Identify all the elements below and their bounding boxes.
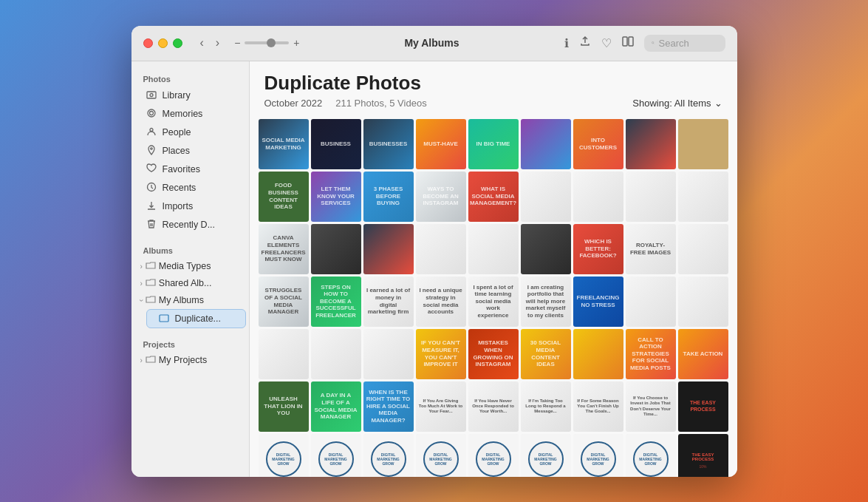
photo-cell[interactable]: BUSINESSES [363,119,414,169]
photo-cell[interactable]: MISTAKES WHEN GROWING ON INSTAGRAM [468,329,519,379]
traffic-lights [143,38,182,48]
photo-cell[interactable]: 3 PHASES BEFORE BUYING [363,172,414,222]
sidebar-item-recently-deleted[interactable]: Recently D... [134,216,246,234]
sidebar-group-my-projects[interactable]: › My Projects [134,352,246,369]
photo-cell-grow[interactable]: DIGITAL MARKETING GROW [311,434,361,477]
photo-cell-grow[interactable]: DIGITAL MARKETING GROW [573,434,623,477]
photo-cell[interactable]: If I'm Taking Too Long to Respond a Mess… [521,381,571,432]
svg-point-5 [148,109,155,117]
photo-cell[interactable] [573,329,623,379]
photo-cell[interactable] [521,224,571,274]
photo-cell[interactable]: CANVA ELEMENTS FREELANCERS MUST KNOW [259,224,309,274]
photo-cell[interactable] [678,172,728,222]
photo-cell[interactable]: INTO CUSTOMERS [573,119,623,169]
photo-cell[interactable]: BUSINESS [311,119,361,169]
photo-cell[interactable] [678,224,728,274]
back-button[interactable]: ‹ [197,35,207,51]
photo-cell[interactable]: TAKE ACTION [678,329,728,379]
zoom-slider[interactable] [245,41,289,44]
photo-cell[interactable]: I spent a lot of time learning social me… [468,277,519,327]
photo-cell[interactable]: LET THEM KNOW YOUR SERVICES [311,172,361,222]
photo-cell[interactable] [468,224,519,274]
photo-cell[interactable] [363,224,414,274]
photo-cell[interactable]: FREELANCING NO STRESS [573,277,623,327]
zoom-in-button[interactable]: + [293,37,299,49]
photo-cell[interactable] [416,224,466,274]
photo-cell[interactable]: If You Have Never Once Responded to Your… [468,381,519,432]
photo-cell[interactable] [521,172,571,222]
album-date: October 2022 [264,98,323,109]
photo-cell[interactable] [626,277,676,327]
sidebar-group-media-types[interactable]: › Media Types [134,258,246,275]
photo-cell[interactable]: A DAY IN A LIFE OF A SOCIAL MEDIA MANAGE… [311,381,361,432]
info-button[interactable]: ℹ [564,36,569,50]
maximize-button[interactable] [173,38,182,48]
sidebar-group-shared-albums[interactable]: › Shared Alb... [134,275,246,292]
search-input[interactable] [659,38,718,49]
photo-cell-grow[interactable]: DIGITAL MARKETING GROW [416,434,466,477]
showing-filter[interactable]: Showing: All Items ⌄ [632,98,722,109]
photo-cell[interactable]: THE EASY PROCESS [678,381,728,432]
photo-cell[interactable]: ROYALTY-FREE IMAGES [626,224,676,274]
photo-cell-grow[interactable]: DIGITAL MARKETING GROW [626,434,676,477]
photo-cell[interactable]: WHEN IS THE RIGHT TIME TO HIRE A SOCIAL … [363,381,414,432]
sidebar-item-memories[interactable]: Memories [134,105,246,123]
photo-cell[interactable]: I am creating portfolio that will help m… [521,277,571,327]
sidebar-item-library[interactable]: Library [134,87,246,105]
split-button[interactable] [622,35,634,50]
zoom-out-button[interactable]: − [234,37,240,49]
photo-cell[interactable]: FOOD BUSINESS CONTENT IDEAS [259,172,309,222]
sidebar-item-imports[interactable]: Imports [134,197,246,216]
photo-cell[interactable]: If You Choose to Invest in Jobs That Don… [626,381,676,432]
showing-chevron-icon: ⌄ [714,98,722,109]
sidebar-item-people-label: People [163,127,191,138]
photo-cell-grow[interactable]: DIGITAL MARKETING GROW [259,434,309,477]
close-button[interactable] [143,38,153,48]
album-meta: October 2022 211 Photos, 5 Videos Showin… [264,98,722,109]
photo-cell[interactable] [311,329,361,379]
photo-cell[interactable]: SOCIAL MEDIA MARKETING [259,119,309,169]
photo-cell[interactable] [521,119,571,169]
photo-cell-grow[interactable]: DIGITAL MARKETING GROW [363,434,414,477]
photo-cell-grow[interactable]: DIGITAL MARKETING GROW [521,434,571,477]
photo-cell[interactable]: IN BIG TIME [468,119,519,169]
photo-cell[interactable]: If For Some Reason You Can't Finish Up T… [573,381,623,432]
photo-cell[interactable] [311,224,361,274]
photo-cell[interactable]: I need a unique strategy in social media… [416,277,466,327]
photo-cell[interactable] [678,119,728,169]
photo-cell[interactable]: STEPS ON HOW TO BECOME A SUCCESSFUL FREE… [311,277,361,327]
photo-cell-grow[interactable]: DIGITAL MARKETING GROW [468,434,519,477]
share-button[interactable] [579,35,591,50]
photo-cell[interactable]: WAYS TO BECOME AN INSTAGRAM [416,172,466,222]
photo-cell[interactable]: I earned a lot of money in digital marke… [363,277,414,327]
minimize-button[interactable] [158,38,168,48]
photo-cell[interactable]: WHICH IS BETTER: FACEBOOK? [573,224,623,274]
photo-cell[interactable]: UNLEASH THAT LION IN YOU [259,381,309,432]
photo-cell[interactable] [626,119,676,169]
folder-icon-3 [146,295,156,306]
photo-cell[interactable]: MUST-HAVE [416,119,466,169]
photo-cell[interactable] [259,329,309,379]
photo-cell[interactable]: IF YOU CAN'T MEASURE IT, YOU CAN'T IMPRO… [416,329,466,379]
sidebar-item-people[interactable]: People [134,123,246,142]
photo-cell[interactable]: WHAT IS SOCIAL MEDIA MANAGEMENT? [468,172,519,222]
grid-row: IF YOU CAN'T MEASURE IT, YOU CAN'T IMPRO… [259,329,728,379]
sidebar-item-places[interactable]: Places [134,142,246,160]
photo-cell[interactable] [573,172,623,222]
sidebar-group-my-albums[interactable]: › My Albums [134,292,246,309]
photo-cell[interactable] [363,329,414,379]
sidebar-item-favorites[interactable]: Favorites [134,160,246,179]
forward-button[interactable]: › [213,35,222,51]
photo-cell[interactable]: If You Are Giving Too Much At Work to Yo… [416,381,466,432]
photo-cell-dark-process[interactable]: THE EASY PROCESS 10% [678,434,728,477]
photo-cell[interactable]: CALL TO ACTION STRATEGIES FOR SOCIAL MED… [626,329,676,379]
photo-cell[interactable] [626,172,676,222]
heart-button[interactable]: ♡ [601,36,612,50]
photo-cell[interactable]: 30 SOCIAL MEDIA CONTENT IDEAS [521,329,571,379]
photo-cell[interactable]: STRUGGLES OF A SOCIAL MEDIA MANAGER [259,277,309,327]
grid-row: FOOD BUSINESS CONTENT IDEAS LET THEM KNO… [259,172,728,222]
photo-cell[interactable] [678,277,728,327]
sidebar-item-recents[interactable]: Recents [134,179,246,197]
sidebar-item-duplicate-photos[interactable]: Duplicate... [146,309,246,328]
search-bar[interactable] [644,35,725,52]
